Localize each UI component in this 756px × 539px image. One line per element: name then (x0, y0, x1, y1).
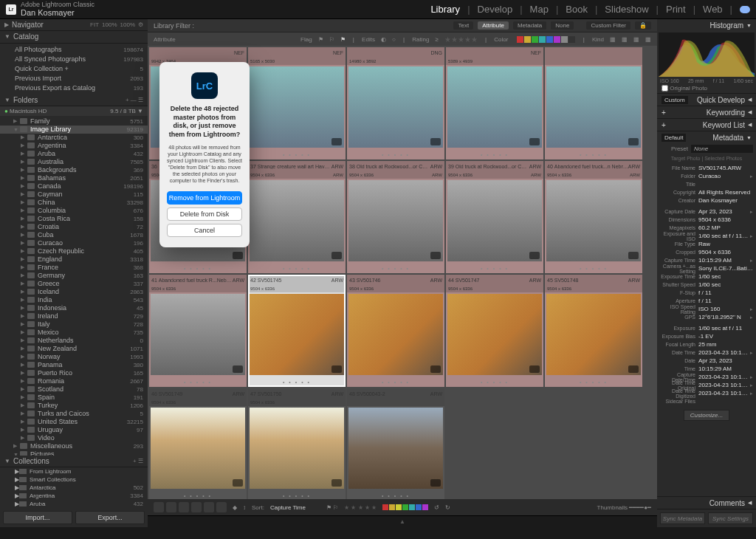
flag-picked-icon[interactable]: ⚑ (318, 36, 323, 43)
goto-icon[interactable]: ▸ (749, 382, 753, 388)
metadata-value[interactable]: 10:15:29 AM (698, 257, 749, 264)
module-book[interactable]: Book (566, 4, 588, 15)
color-swatches[interactable] (517, 36, 575, 43)
folder-item[interactable]: ▶England3318 (0, 255, 148, 264)
folder-item[interactable]: ▶Netherlands0 (0, 337, 148, 345)
metadata-value[interactable]: ISO 160 (698, 306, 749, 312)
thumbnail-cell[interactable]: 48 SV500043-2ARW • • • • • (347, 388, 444, 499)
rating-dots[interactable]: • • • • • (580, 152, 608, 157)
metadata-value[interactable]: 1/60 sec at f / 11 (698, 325, 753, 332)
folder-item[interactable]: ▶Spain191 (0, 394, 148, 402)
goto-icon[interactable]: ▸ (749, 350, 753, 356)
metadata-value[interactable]: 2023-04-23 10:15:29... (698, 390, 749, 396)
goto-icon[interactable]: ▸ (749, 258, 753, 264)
folder-item[interactable]: ▶Indonesia45 (0, 304, 148, 312)
color-swatch[interactable] (396, 504, 402, 510)
rating-dots[interactable]: • • • • • (184, 380, 212, 385)
goto-icon[interactable]: ▸ (749, 209, 753, 215)
rating-dots[interactable]: • • • • • (184, 266, 212, 271)
module-print[interactable]: Print (666, 4, 686, 15)
folder-item[interactable]: ▶Croatia72 (0, 223, 148, 231)
target-selector[interactable]: Target Photo | Selected Photos (657, 154, 756, 162)
comments-header[interactable]: Comments◀ (657, 497, 756, 509)
color-label-tool[interactable] (382, 504, 428, 510)
color-swatch[interactable] (532, 36, 538, 43)
thumbnail-badge-icon[interactable] (233, 479, 243, 487)
thumbnail-badge-icon[interactable] (430, 138, 441, 145)
folder-item[interactable]: ▶Panama380 (0, 361, 148, 369)
kind-icon[interactable]: ▦ (645, 36, 651, 43)
color-swatch[interactable] (422, 504, 428, 510)
folder-item[interactable]: ▶Canada198196 (0, 182, 148, 190)
metadata-value[interactable]: All Rights Reserved (698, 189, 753, 196)
folder-item[interactable]: ▶Ireland729 (0, 312, 148, 320)
metadata-value[interactable]: Apr 23, 2023 (698, 208, 749, 215)
nav-zoom[interactable]: 100% (102, 21, 117, 28)
thumbnail-badge-icon[interactable] (430, 479, 441, 487)
filter-lock-icon[interactable]: 🔒 (635, 21, 651, 30)
color-swatch[interactable] (554, 36, 560, 43)
metadata-value[interactable]: 2023-04-23 10:15:29... (698, 349, 749, 356)
folder-item[interactable]: ▶Columbia676 (0, 207, 148, 215)
flag-rejected-icon[interactable]: ⚑ (340, 36, 346, 43)
module-library[interactable]: Library (430, 4, 460, 15)
folder-item[interactable]: ▶Family5751 (0, 117, 148, 126)
filter-none[interactable]: None (551, 21, 574, 30)
color-swatch[interactable] (402, 504, 408, 510)
thumbnail-badge-icon[interactable] (430, 252, 441, 259)
nav-fill[interactable]: 100% (120, 21, 135, 28)
metadata-value[interactable]: SV501745.ARW (698, 165, 753, 171)
kind-icon[interactable]: ▦ (610, 36, 616, 43)
metadata-value[interactable]: 1/60 sec at f / 11, ISO 160 (698, 233, 749, 239)
rating-dots[interactable]: • • • • • (283, 380, 311, 385)
quick-develop-header[interactable]: CustomQuick Develop◀ (657, 94, 756, 106)
color-swatch[interactable] (568, 36, 575, 43)
color-swatch[interactable] (416, 504, 422, 510)
rating-dots[interactable]: • • • • • (382, 380, 410, 385)
thumbnail-badge-icon[interactable] (628, 138, 639, 145)
thumbnail-cell[interactable]: 47 SV501750ARW 9504 x 6336 • • • • • (248, 388, 346, 499)
rating-dots[interactable]: • • • • • (283, 493, 311, 498)
folder-item[interactable]: ▶Romania2667 (0, 377, 148, 385)
collection-item[interactable]: ▶Smart Collections (0, 476, 148, 484)
color-swatch[interactable] (539, 36, 546, 43)
thumbnail-badge-icon[interactable] (430, 365, 441, 373)
cancel-button[interactable]: Cancel (167, 224, 242, 237)
folder-item[interactable]: ▶United States32215 (0, 418, 148, 426)
collection-item[interactable]: ▶From Lightroom (0, 467, 148, 476)
rating-dots[interactable]: • • • • • (481, 152, 509, 157)
keywording-header[interactable]: +Keywording◀ (657, 106, 756, 118)
metadata-value[interactable]: 1/60 sec (698, 273, 753, 280)
thumbnail-cell[interactable]: 37 Strange creature wall art Havana-1921… (248, 161, 346, 273)
catalog-header[interactable]: ▼ Catalog (0, 31, 148, 43)
module-web[interactable]: Web (703, 4, 723, 15)
color-swatch[interactable] (517, 36, 523, 43)
folder-item[interactable]: ▶Greece337 (0, 280, 148, 288)
metadata-value[interactable]: 2023-04-23 10:15:29... (698, 374, 749, 380)
goto-icon[interactable]: ▸ (749, 233, 753, 239)
rating-dots[interactable]: • • • • • (382, 493, 410, 498)
filter-metadata[interactable]: Metadata (513, 21, 546, 30)
thumbnail-cell[interactable]: 39 Old truck at Rockwood...or Court Rout… (446, 161, 543, 273)
folder-item[interactable]: ▶Miscellaneous293 (0, 442, 148, 450)
metadata-value[interactable]: Dan Kosmayer (698, 197, 753, 204)
filter-attribute[interactable]: Attribute (478, 21, 509, 30)
color-swatch[interactable] (382, 504, 388, 510)
catalog-item[interactable]: All Synced Photographs197983 (0, 55, 148, 64)
thumbnail-badge-icon[interactable] (331, 365, 342, 373)
delete-from-disk-button[interactable]: Delete from Disk (167, 207, 242, 221)
thumbnail-cell[interactable]: 41 Abandoned fuel truck R...Nebraska bor… (149, 275, 247, 387)
thumbnail-cell[interactable]: DNG 14980 x 3892 • • • • • (347, 47, 444, 159)
folder-item[interactable]: ▶New Zealand1071 (0, 345, 148, 353)
import-button[interactable]: Import... (3, 511, 72, 524)
rating-dots[interactable]: • • • • • (382, 266, 410, 271)
thumbnail-cell[interactable]: 43 SV501746ARW 9504 x 6336 • • • • • (347, 275, 444, 387)
folder-item[interactable]: ▶Backgrounds369 (0, 166, 148, 174)
thumbnail-cell[interactable]: • • • • • (545, 47, 642, 159)
kind-icon[interactable]: ▦ (633, 36, 639, 43)
folder-item[interactable]: ▼Image Library92319 (0, 126, 148, 134)
kind-icon[interactable]: ▦ (622, 36, 628, 43)
rating-dots[interactable]: • • • • • (580, 266, 608, 271)
folder-item[interactable]: ▶Bahamas2051 (0, 174, 148, 182)
metadata-value[interactable]: 10:15:29 AM (698, 365, 753, 372)
